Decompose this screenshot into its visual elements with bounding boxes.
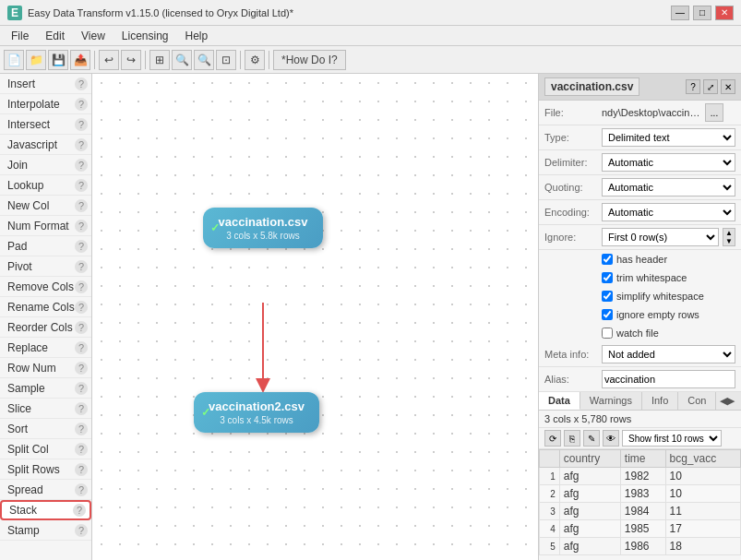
menu-view[interactable]: View xyxy=(74,28,113,44)
sidebar-item-sample[interactable]: Sample ? xyxy=(0,378,91,399)
sidebar-item-reorder-cols[interactable]: Reorder Cols ? xyxy=(0,317,91,338)
sidebar-item-num-format[interactable]: Num Format ? xyxy=(0,216,91,236)
delimiter-select[interactable]: Automatic xyxy=(602,153,735,172)
zoom-out-button[interactable]: 🔍 xyxy=(194,50,214,70)
sidebar-help-split-col[interactable]: ? xyxy=(75,443,88,456)
ignore-empty-rows-checkbox[interactable] xyxy=(602,309,613,320)
sidebar-item-rename-cols[interactable]: Rename Cols ? xyxy=(0,297,91,317)
sidebar-item-replace[interactable]: Replace ? xyxy=(0,338,91,358)
sidebar-help-interpolate[interactable]: ? xyxy=(75,98,88,111)
sidebar-item-new-col[interactable]: New Col ? xyxy=(0,196,91,216)
encoding-select[interactable]: Automatic xyxy=(602,203,735,221)
tab-info[interactable]: Info xyxy=(642,392,678,410)
ignore-empty-rows-row: ignore empty rows xyxy=(539,305,741,324)
sidebar-help-javascript[interactable]: ? xyxy=(75,138,88,151)
sidebar-item-stamp[interactable]: Stamp ? xyxy=(0,520,91,541)
sidebar-item-row-num[interactable]: Row Num ? xyxy=(0,358,91,378)
tab-warnings[interactable]: Warnings xyxy=(580,392,642,410)
trim-whitespace-checkbox[interactable] xyxy=(602,272,613,283)
copy-btn[interactable]: ⎘ xyxy=(564,430,580,447)
watch-file-checkbox[interactable] xyxy=(602,328,613,339)
sidebar-help-insert[interactable]: ? xyxy=(75,77,88,90)
ignore-scroll-btn[interactable]: ▲ ▼ xyxy=(723,228,735,246)
sidebar-help-rename-cols[interactable]: ? xyxy=(75,301,88,314)
sidebar-help-spread[interactable]: ? xyxy=(75,483,88,496)
edit-btn[interactable]: ✎ xyxy=(583,430,600,447)
sidebar-item-split-col[interactable]: Split Col ? xyxy=(0,439,91,459)
export-button[interactable]: 📤 xyxy=(70,50,90,70)
sidebar-help-remove-cols[interactable]: ? xyxy=(75,280,88,293)
sidebar-help-new-col[interactable]: ? xyxy=(75,199,88,212)
col-header-time: time xyxy=(620,450,665,468)
sidebar-help-lookup[interactable]: ? xyxy=(75,179,88,192)
menu-help[interactable]: Help xyxy=(178,28,216,44)
node-vaccination-csv[interactable]: ✓ vaccination.csv 3 cols x 5.8k rows xyxy=(203,208,323,248)
sidebar-help-row-num[interactable]: ? xyxy=(75,362,88,375)
canvas-area[interactable]: ✓ vaccination.csv 3 cols x 5.8k rows ✓ v… xyxy=(92,74,538,560)
close-panel-btn[interactable]: ✕ xyxy=(721,79,735,94)
how-do-i-button[interactable]: *How Do I? xyxy=(273,50,346,70)
quoting-select[interactable]: Automatic xyxy=(602,178,735,197)
node-subtitle-2: 3 cols x 4.5k rows xyxy=(209,415,305,425)
minimize-button[interactable]: — xyxy=(671,6,689,20)
sidebar-help-replace[interactable]: ? xyxy=(75,341,88,354)
close-button[interactable]: ✕ xyxy=(715,6,734,20)
show-first-select[interactable]: Show first 10 rows xyxy=(622,430,722,447)
node-subtitle-1: 3 cols x 5.8k rows xyxy=(218,231,308,241)
sidebar-item-slice[interactable]: Slice ? xyxy=(0,399,91,419)
node-vaccination2-csv[interactable]: ✓ vaccination2.csv 3 cols x 4.5k rows xyxy=(194,392,319,433)
sidebar-item-intersect[interactable]: Intersect ? xyxy=(0,114,91,135)
tab-con[interactable]: Con xyxy=(678,392,716,410)
sidebar-item-spread[interactable]: Spread ? xyxy=(0,480,91,500)
sidebar-help-join[interactable]: ? xyxy=(75,159,88,172)
maximize-button[interactable]: □ xyxy=(693,6,711,20)
tab-data[interactable]: Data xyxy=(539,392,580,410)
sidebar-item-interpolate[interactable]: Interpolate ? xyxy=(0,94,91,114)
menu-file[interactable]: File xyxy=(4,28,36,44)
new-button[interactable]: 📄 xyxy=(4,50,24,70)
sidebar-item-javascript[interactable]: Javascript ? xyxy=(0,135,91,155)
ignore-select[interactable]: First 0 row(s) xyxy=(602,228,719,246)
menu-licensing[interactable]: Licensing xyxy=(114,28,176,44)
sidebar-help-split-rows[interactable]: ? xyxy=(75,463,88,476)
simplify-whitespace-checkbox[interactable] xyxy=(602,291,613,302)
refresh-btn[interactable]: ⟳ xyxy=(544,430,561,447)
undo-button[interactable]: ↩ xyxy=(99,50,119,70)
sidebar-item-join[interactable]: Join ? xyxy=(0,155,91,175)
has-header-checkbox[interactable] xyxy=(602,254,613,265)
sidebar-help-intersect[interactable]: ? xyxy=(75,118,88,131)
file-browse-btn[interactable]: ... xyxy=(705,103,723,122)
type-select[interactable]: Delimited text xyxy=(602,128,735,147)
settings-button[interactable]: ⚙ xyxy=(245,50,265,70)
zoom-in-button[interactable]: 🔍 xyxy=(172,50,192,70)
expand-icon-btn[interactable]: ⤢ xyxy=(703,79,718,94)
alias-input[interactable] xyxy=(602,370,735,388)
sidebar-help-sort[interactable]: ? xyxy=(75,423,88,435)
sidebar-item-lookup[interactable]: Lookup ? xyxy=(0,175,91,196)
sidebar-item-stack[interactable]: Stack ? xyxy=(0,500,91,520)
sidebar-help-slice[interactable]: ? xyxy=(75,402,88,415)
help-icon-btn[interactable]: ? xyxy=(686,79,700,94)
open-button[interactable]: 📁 xyxy=(26,50,46,70)
zoom-select-button[interactable]: ⊡ xyxy=(216,50,236,70)
meta-info-select[interactable]: Not added xyxy=(602,345,735,363)
sidebar-help-stamp[interactable]: ? xyxy=(75,524,88,537)
sidebar-item-insert[interactable]: Insert ? xyxy=(0,74,91,94)
sidebar-help-sample[interactable]: ? xyxy=(75,382,88,395)
sidebar-help-num-format[interactable]: ? xyxy=(75,220,88,232)
sidebar-help-pad[interactable]: ? xyxy=(75,240,88,253)
eye-btn[interactable]: 👁 xyxy=(603,430,619,447)
sidebar-help-reorder-cols[interactable]: ? xyxy=(75,321,88,334)
menu-edit[interactable]: Edit xyxy=(38,28,72,44)
tab-more-btn[interactable]: ◀▶ xyxy=(716,392,738,410)
sidebar-help-pivot[interactable]: ? xyxy=(75,260,88,273)
zoom-fit-button[interactable]: ⊞ xyxy=(149,50,170,70)
sidebar-item-split-rows[interactable]: Split Rows ? xyxy=(0,459,91,480)
sidebar-item-remove-cols[interactable]: Remove Cols ? xyxy=(0,277,91,297)
sidebar-item-pad[interactable]: Pad ? xyxy=(0,236,91,256)
sidebar-help-stack[interactable]: ? xyxy=(73,504,86,517)
save-button[interactable]: 💾 xyxy=(48,50,68,70)
redo-button[interactable]: ↪ xyxy=(121,50,141,70)
sidebar-item-pivot[interactable]: Pivot ? xyxy=(0,256,91,277)
sidebar-item-sort[interactable]: Sort ? xyxy=(0,419,91,439)
